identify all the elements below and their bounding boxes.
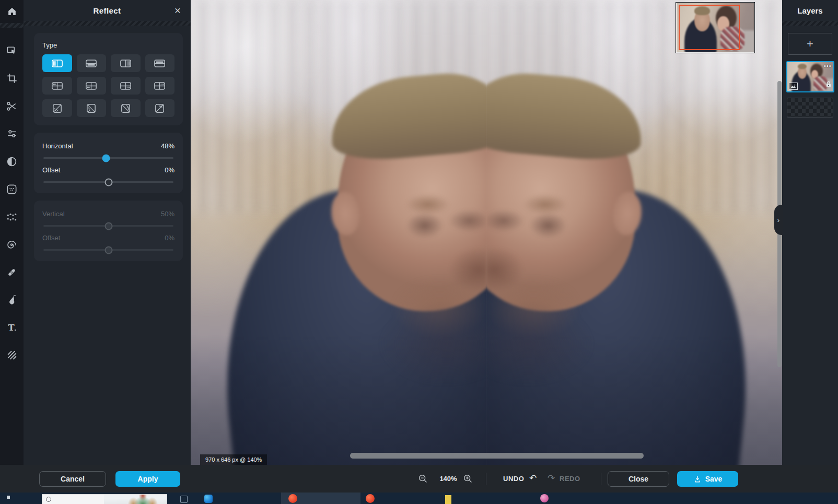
- home-icon[interactable]: [0, 0, 24, 23]
- panel-collapse-tab[interactable]: ›: [774, 205, 783, 235]
- edge-icon[interactable]: [204, 495, 213, 503]
- close-button[interactable]: Close: [608, 471, 669, 487]
- layers-panel: › Layers + •••: [782, 0, 838, 465]
- search-decoration: [104, 495, 167, 504]
- slider-label: Offset: [42, 166, 60, 174]
- panel-divider: [24, 21, 191, 26]
- navigator-view-rect[interactable]: [679, 5, 740, 50]
- type-mirror-quad-top-left[interactable]: [42, 77, 72, 95]
- lock-icon[interactable]: [825, 80, 832, 90]
- rail-divider: [0, 23, 24, 28]
- layer-item-transparent[interactable]: [787, 98, 833, 118]
- redo-button[interactable]: REDO: [560, 475, 580, 483]
- app-pink-icon[interactable]: [540, 494, 549, 502]
- offset-vertical-slider-track: [43, 249, 173, 251]
- save-button[interactable]: Save: [677, 471, 738, 487]
- layer-menu-icon[interactable]: •••: [824, 63, 832, 69]
- chevron-right-icon: ›: [777, 216, 779, 224]
- type-mirror-vertical-right[interactable]: [111, 54, 141, 72]
- retouch-bandaid-icon[interactable]: [0, 261, 24, 284]
- type-card: Type: [34, 33, 183, 125]
- fill-pattern-icon[interactable]: [0, 344, 24, 367]
- apply-button[interactable]: Apply: [115, 471, 180, 487]
- text-tool-icon[interactable]: T: [0, 316, 24, 339]
- search-icon: [46, 497, 51, 502]
- vertical-slider-thumb: [104, 222, 112, 230]
- navigator-thumbnail[interactable]: [676, 3, 754, 53]
- slider-value: 48%: [161, 142, 174, 150]
- undo-arrow-icon[interactable]: ↶: [529, 473, 537, 484]
- type-mirror-diagonal-down[interactable]: [77, 99, 107, 117]
- plus-icon: +: [807, 37, 813, 51]
- undo-button[interactable]: UNDO: [503, 475, 524, 483]
- app-yellow-icon[interactable]: [445, 495, 451, 504]
- crop-icon[interactable]: [0, 67, 24, 90]
- liquify-beads-icon[interactable]: [0, 205, 24, 228]
- offset-slider-thumb[interactable]: [104, 178, 112, 186]
- cancel-button[interactable]: Cancel: [39, 471, 106, 487]
- layer-type-image-icon: [789, 83, 798, 90]
- type-mirror-vertical-left[interactable]: [42, 54, 72, 72]
- vertical-slider-track: [43, 225, 173, 227]
- slider-value: 0%: [165, 234, 174, 242]
- windows-start-icon[interactable]: [7, 496, 14, 502]
- horizontal-scrollbar[interactable]: [350, 453, 644, 459]
- swirl-icon[interactable]: [0, 233, 24, 256]
- slider-row-vertical: Vertical 50%: [42, 210, 174, 227]
- adjust-sliders-icon[interactable]: [0, 122, 24, 145]
- reflect-panel: Reflect × Type: [24, 0, 191, 465]
- windows-taskbar: [0, 493, 838, 504]
- task-view-icon[interactable]: [180, 496, 188, 503]
- bottom-bar: Cancel Apply 140% UNDO ↶ ↷ REDO Close Sa…: [0, 465, 838, 493]
- redo-arrow-icon[interactable]: ↷: [548, 473, 555, 484]
- zoom-in-icon[interactable]: [463, 474, 473, 486]
- separator: [486, 473, 486, 485]
- offset-slider-track[interactable]: [43, 181, 173, 183]
- layers-title: Layers: [782, 0, 838, 21]
- slider-row-offset: Offset 0%: [42, 166, 174, 183]
- canvas-status-text: 970 x 646 px @ 140%: [200, 454, 267, 465]
- type-mirror-horizontal-top[interactable]: [145, 54, 175, 72]
- slider-label: Vertical: [42, 210, 65, 218]
- slider-value: 0%: [165, 166, 174, 174]
- type-mirror-quad-bottom-left[interactable]: [77, 77, 107, 95]
- app-red-icon[interactable]: [366, 494, 375, 503]
- draw-brush-icon[interactable]: [0, 288, 24, 311]
- save-label: Save: [705, 475, 723, 483]
- type-label: Type: [42, 41, 174, 49]
- panel-title: Reflect: [94, 6, 121, 15]
- zoom-out-icon[interactable]: [418, 474, 428, 486]
- download-tray-icon: [693, 475, 702, 483]
- offset-vertical-slider-thumb: [104, 246, 112, 254]
- canvas-image[interactable]: 970 x 646 px @ 140%: [191, 0, 782, 465]
- photo-editor-app: T Reflect × Type: [0, 0, 838, 504]
- type-mirror-quad-bottom-right[interactable]: [111, 77, 141, 95]
- type-grid: [42, 54, 174, 117]
- horizontal-slider-thumb[interactable]: [102, 154, 110, 162]
- type-mirror-diagonal-down-filled[interactable]: [111, 99, 141, 117]
- type-mirror-quad-top-right[interactable]: [145, 77, 175, 95]
- add-layer-button[interactable]: +: [788, 33, 832, 55]
- effect-dots-icon[interactable]: [0, 178, 24, 201]
- arrange-icon[interactable]: [0, 39, 24, 62]
- layer-item-image[interactable]: •••: [786, 61, 834, 92]
- slider-row-offset-vertical: Offset 0%: [42, 234, 174, 251]
- type-mirror-diagonal-up[interactable]: [42, 99, 72, 117]
- close-icon[interactable]: ×: [171, 4, 184, 17]
- cutout-scissors-icon[interactable]: [0, 95, 24, 118]
- slider-value: 50%: [161, 210, 174, 218]
- zoom-value[interactable]: 140%: [435, 475, 462, 483]
- slider-label: Offset: [42, 234, 60, 242]
- svg-text:T: T: [8, 322, 14, 332]
- tool-rail: T: [0, 0, 24, 465]
- app-red-icon[interactable]: [288, 494, 297, 503]
- horizontal-slider-track[interactable]: [43, 157, 173, 159]
- slider-label: Horizontal: [42, 142, 73, 150]
- filter-contrast-icon[interactable]: [0, 150, 24, 173]
- vertical-slider-group: Vertical 50% Offset 0%: [34, 201, 183, 261]
- photo-bottom-fade: [191, 0, 487, 465]
- type-mirror-diagonal-up-filled[interactable]: [145, 99, 175, 117]
- taskbar-search-box[interactable]: [42, 494, 167, 504]
- horizontal-slider-group: Horizontal 48% Offset 0%: [34, 133, 183, 193]
- type-mirror-horizontal-bottom[interactable]: [77, 54, 107, 72]
